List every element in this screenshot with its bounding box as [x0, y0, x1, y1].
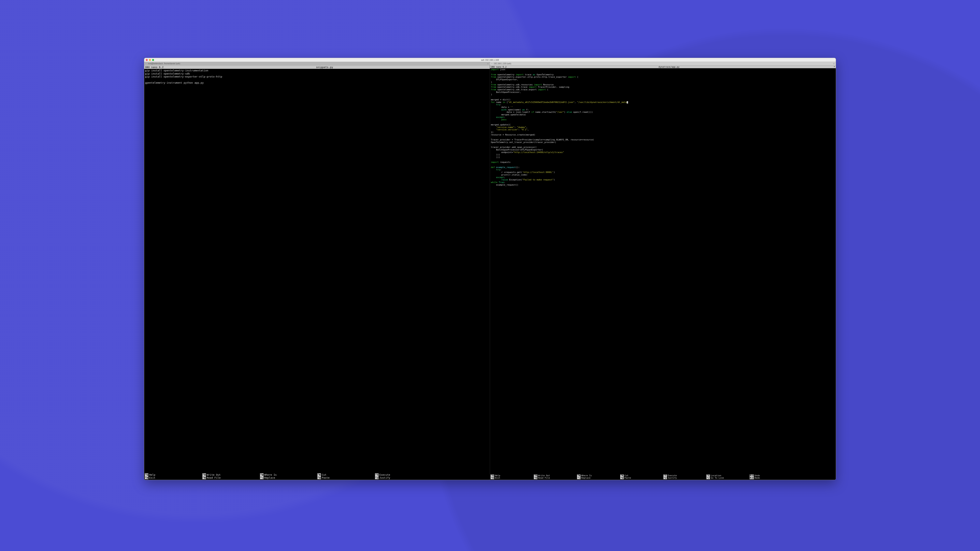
code-line: while True:	[491, 181, 835, 184]
pane-right[interactable]: GNU nano 6.2 dynatrace/app.py * import j…	[490, 65, 835, 480]
nano-command[interactable]: ^XExit	[491, 477, 533, 479]
code-line: pass	[491, 119, 835, 121]
pane-left[interactable]: GNU nano 6.2 snippets.py pip install ope…	[144, 65, 490, 480]
shortcut-label: Help	[495, 475, 500, 477]
code-line: import json	[491, 68, 835, 71]
nano-command[interactable]: ^WWhere Is	[260, 473, 317, 476]
nano-command[interactable]: ^KCut	[620, 475, 663, 477]
nano-command[interactable]: ^GHelp	[145, 473, 202, 476]
nano-header-left: GNU nano 6.2 snippets.py	[144, 65, 490, 69]
shortcut-label: Undo	[755, 475, 760, 477]
shortcut-key: ^R	[202, 476, 206, 479]
expand-icon[interactable]: ⊖	[487, 62, 488, 65]
code-line: )	[491, 94, 835, 96]
shortcut-key: ^W	[577, 475, 581, 477]
editor-left[interactable]: pip install opentelemetry-instrumentatio…	[144, 69, 490, 473]
shortcut-label: Replace	[581, 477, 590, 479]
nano-modified: *	[832, 66, 835, 68]
shortcut-key: ^U	[620, 477, 624, 479]
nano-command[interactable]: ^\Replace	[260, 476, 317, 479]
nano-command[interactable]: ^JJustify	[663, 477, 706, 479]
nano-command[interactable]: ^CLocation	[706, 475, 749, 477]
shortcut-key: ^G	[491, 475, 494, 477]
code-line: data = json.load(f if name.startswith("/…	[491, 111, 835, 114]
close-icon[interactable]: ×	[145, 63, 146, 65]
code-line: merged.update(data)	[491, 114, 835, 116]
tab-label: 192.168.1.103 (ssh)	[493, 62, 511, 65]
code-line: pip install opentelemetry-exporter-otlp-…	[145, 75, 489, 78]
nano-command[interactable]: ^/Go To Line	[706, 477, 749, 479]
nano-command[interactable]: M-UUndo	[749, 475, 792, 477]
code-line	[491, 164, 835, 166]
code-line: for name in ["dt_metadata_e617c525669e07…	[491, 101, 835, 104]
nano-command[interactable]: ^XExit	[145, 476, 202, 479]
tab-1[interactable]: × 192.168.1.103 (ssh) ⊖	[490, 62, 835, 65]
shortcut-key: ^K	[317, 473, 321, 476]
code-line: opentelemetry-instrument python app.py	[145, 81, 489, 84]
shortcut-key: ^X	[145, 476, 148, 479]
close-icon[interactable]: ×	[491, 63, 492, 65]
shortcut-label: Paste	[322, 476, 329, 479]
nano-command[interactable]: ^TExecute	[663, 475, 706, 477]
shortcut-label: Execute	[668, 475, 677, 477]
code-line: except:	[491, 116, 835, 119]
shortcut-label: Location	[711, 475, 721, 477]
nano-command	[433, 473, 489, 476]
nano-command[interactable]: ^RRead File	[202, 476, 259, 479]
nano-version: GNU nano 6.2	[145, 66, 164, 68]
shortcut-label: Exit	[149, 476, 155, 479]
maximize-icon[interactable]	[152, 59, 154, 61]
shortcut-key: ^R	[534, 477, 537, 479]
shortcut-label: Cut	[625, 475, 628, 477]
shortcut-label: Justify	[668, 477, 677, 479]
nano-command[interactable]: ^GHelp	[491, 475, 533, 477]
nano-command[interactable]: ^UPaste	[317, 476, 374, 479]
tab-0[interactable]: × root@betterstack: /home/daniel (ssh) ⊖	[144, 62, 490, 65]
minimize-icon[interactable]	[149, 59, 151, 61]
code-line	[491, 159, 835, 161]
code-line: example_request()	[491, 184, 835, 186]
code-line	[145, 78, 489, 81]
nano-version: GNU nano 6.2	[491, 66, 506, 68]
nano-command[interactable]: ^WWhere Is	[577, 475, 619, 477]
nano-filename: dynatrace/app.py	[507, 66, 832, 68]
code-line: pip install opentelemetry-instrumentatio…	[145, 69, 489, 72]
expand-icon[interactable]: ⊖	[833, 62, 835, 65]
nano-filename: snippets.py	[164, 66, 485, 68]
code-line: print(r.status_code)	[491, 174, 835, 176]
code-line: from opentelemetry.exporter.otlp.proto.h…	[491, 76, 835, 78]
nano-command[interactable]: ^OWrite Out	[202, 473, 259, 476]
code-line	[491, 144, 835, 146]
nano-command[interactable]: M-ERedo	[749, 477, 792, 479]
tab-bar: × root@betterstack: /home/daniel (ssh) ⊖…	[144, 62, 835, 65]
nano-command	[793, 475, 835, 477]
nano-command[interactable]: ^OWrite Out	[534, 475, 576, 477]
shortcut-label: Exit	[495, 477, 500, 479]
shortcut-label: Where Is	[264, 473, 277, 476]
nano-command[interactable]: ^KCut	[317, 473, 374, 476]
shortcut-key: ^C	[706, 475, 710, 477]
shortcut-label: Replace	[264, 476, 275, 479]
code-line: })	[491, 131, 835, 134]
nano-command[interactable]: ^TExecute	[375, 473, 432, 476]
code-line: resource = Resource.create(merged)	[491, 134, 835, 136]
close-icon[interactable]	[146, 59, 148, 61]
nano-command[interactable]: ^\Replace	[577, 477, 619, 479]
nano-command[interactable]: ^JJustify	[375, 476, 432, 479]
editor-right[interactable]: import json from opentelemetry import tr…	[490, 68, 835, 474]
window-titlebar[interactable]: ssh 192.168.1.103	[144, 58, 835, 62]
code-line: "service.version": "0.1",	[491, 129, 835, 131]
code-line: OpenTelemetry.set_tracer_provider(tracer…	[491, 141, 835, 144]
nano-command[interactable]: ^RRead File	[534, 477, 576, 479]
shortcut-label: Help	[149, 473, 155, 476]
code-line: r =requests.get('http://localhost:9000/'…	[491, 171, 835, 174]
nano-header-right: GNU nano 6.2 dynatrace/app.py *	[490, 65, 835, 68]
shortcut-label: Justify	[379, 476, 390, 479]
shortcut-label: Paste	[625, 477, 631, 479]
shortcut-key: M-E	[749, 477, 754, 479]
shortcut-key: ^J	[663, 477, 667, 479]
shortcut-label: Read File	[538, 477, 550, 479]
shortcut-label: Read File	[207, 476, 221, 479]
code-line: try:	[491, 103, 835, 106]
nano-command[interactable]: ^UPaste	[620, 477, 663, 479]
